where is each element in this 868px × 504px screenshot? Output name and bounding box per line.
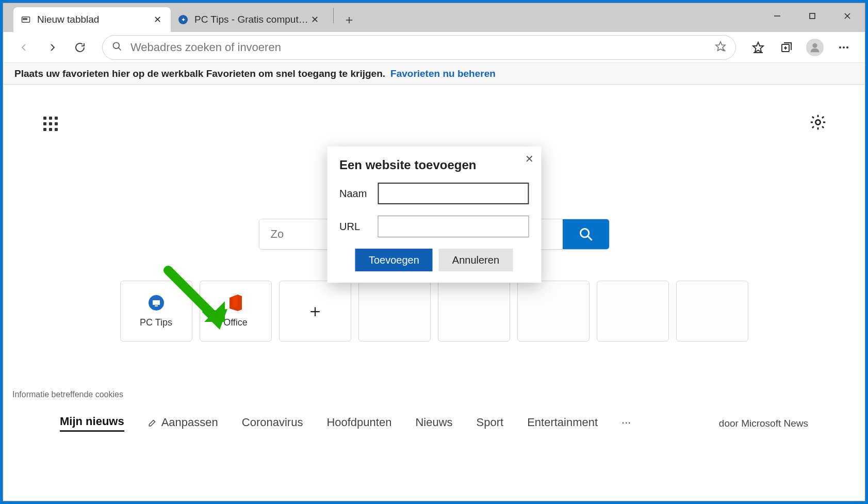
content-area: ft Zo PC Tips Of xyxy=(3,85,865,501)
tile-empty xyxy=(358,281,431,342)
favorites-button[interactable] xyxy=(746,36,770,59)
svg-rect-24 xyxy=(153,300,160,305)
address-bar[interactable] xyxy=(102,35,736,60)
tile-label: Office xyxy=(223,317,248,328)
news-tab-label: Aanpassen xyxy=(161,416,218,429)
dialog-url-row: URL xyxy=(339,216,529,237)
news-attribution: door Microsoft News xyxy=(719,418,808,429)
app-launcher-icon[interactable] xyxy=(43,117,58,131)
toolbar xyxy=(3,32,865,63)
tile-empty xyxy=(517,281,589,342)
news-tab-more[interactable]: ··· xyxy=(621,416,631,431)
news-tab-entertainment[interactable]: Entertainment xyxy=(527,416,598,431)
refresh-button[interactable] xyxy=(68,36,92,59)
dialog-cancel-button[interactable]: Annuleren xyxy=(439,249,513,271)
svg-point-17 xyxy=(839,46,841,48)
tile-pctips[interactable]: PC Tips xyxy=(120,281,192,342)
tab-close-icon[interactable]: ✕ xyxy=(151,13,163,26)
manage-favorites-link[interactable]: Favorieten nu beheren xyxy=(390,68,496,79)
svg-point-21 xyxy=(580,229,588,237)
cookies-info-link[interactable]: Informatie betreffende cookies xyxy=(12,390,123,399)
tab-new[interactable]: Nieuw tabblad ✕ xyxy=(13,7,171,32)
close-button[interactable] xyxy=(830,3,865,29)
forward-button[interactable] xyxy=(40,36,64,59)
collections-button[interactable] xyxy=(774,36,798,59)
dialog-name-input[interactable] xyxy=(378,183,529,204)
pctips-favicon-icon: ✦ xyxy=(178,14,188,25)
svg-line-8 xyxy=(119,47,121,50)
news-tab-headlines[interactable]: Hoofdpunten xyxy=(326,416,391,431)
pctips-tile-icon xyxy=(148,295,165,311)
news-tab-news[interactable]: Nieuws xyxy=(415,416,452,431)
news-tab-mynews[interactable]: Mijn nieuws xyxy=(60,415,124,432)
svg-marker-11 xyxy=(753,42,763,52)
svg-rect-25 xyxy=(155,305,158,306)
tile-empty xyxy=(597,281,669,342)
tile-add[interactable]: ＋ xyxy=(279,281,351,342)
minimize-button[interactable] xyxy=(760,3,795,29)
dialog-close-icon[interactable]: ✕ xyxy=(525,153,534,165)
tab-title: Nieuw tabblad xyxy=(37,14,151,25)
tab-close-icon[interactable]: ✕ xyxy=(308,13,321,26)
dialog-add-button[interactable]: Toevoegen xyxy=(355,249,433,271)
dialog-url-label: URL xyxy=(339,221,378,233)
svg-point-19 xyxy=(846,46,848,48)
more-menu-button[interactable] xyxy=(832,36,856,59)
new-tab-button[interactable]: ＋ xyxy=(339,9,359,30)
news-tab-sport[interactable]: Sport xyxy=(477,416,504,431)
page-settings-button[interactable] xyxy=(809,113,827,133)
pencil-icon xyxy=(148,418,157,427)
tab-title: PC Tips - Gratis computer tips! - xyxy=(194,14,308,25)
news-tab-customize[interactable]: Aanpassen xyxy=(148,416,218,431)
back-button[interactable] xyxy=(12,36,36,59)
favorite-star-icon[interactable] xyxy=(715,41,726,54)
titlebar: Nieuw tabblad ✕ ✦ PC Tips - Gratis compu… xyxy=(3,3,865,32)
news-tabs: Mijn nieuws Aanpassen Coronavirus Hoofdp… xyxy=(3,415,865,432)
office-tile-icon xyxy=(227,295,244,311)
tab-strip: Nieuw tabblad ✕ ✦ PC Tips - Gratis compu… xyxy=(3,3,359,32)
maximize-button[interactable] xyxy=(795,3,830,29)
address-input[interactable] xyxy=(130,41,715,54)
tile-empty xyxy=(438,281,510,342)
svg-rect-4 xyxy=(810,13,815,19)
svg-line-22 xyxy=(587,236,592,240)
dialog-buttons: Toevoegen Annuleren xyxy=(339,249,529,271)
dialog-name-row: Naam xyxy=(339,183,529,204)
favorites-bar: Plaats uw favorieten hier op de werkbalk… xyxy=(3,63,865,85)
favorites-bar-message: Plaats uw favorieten hier op de werkbalk… xyxy=(14,68,385,79)
svg-rect-2 xyxy=(25,19,27,20)
dialog-url-input[interactable] xyxy=(378,216,529,237)
svg-point-18 xyxy=(843,46,845,48)
svg-point-20 xyxy=(815,120,820,124)
svg-rect-1 xyxy=(23,19,25,20)
tab-separator xyxy=(333,8,334,23)
svg-point-16 xyxy=(812,43,817,47)
window-controls xyxy=(760,3,865,29)
page-search-button[interactable] xyxy=(563,219,609,249)
profile-avatar[interactable] xyxy=(806,39,824,56)
dialog-name-label: Naam xyxy=(339,188,378,200)
svg-point-7 xyxy=(113,42,120,48)
browser-window: Nieuw tabblad ✕ ✦ PC Tips - Gratis compu… xyxy=(3,3,865,501)
tile-empty xyxy=(676,281,748,342)
add-website-dialog: ✕ Een website toevoegen Naam URL Toevoeg… xyxy=(327,147,541,283)
quick-links: PC Tips Office ＋ xyxy=(120,281,748,342)
dialog-title: Een website toevoegen xyxy=(339,158,529,172)
tab-pctips[interactable]: ✦ PC Tips - Gratis computer tips! - ✕ xyxy=(171,7,328,32)
search-icon xyxy=(112,41,122,54)
plus-icon: ＋ xyxy=(306,299,324,323)
tile-label: PC Tips xyxy=(140,317,172,328)
news-tab-corona[interactable]: Coronavirus xyxy=(242,416,303,431)
newtab-favicon-icon xyxy=(21,14,31,25)
tile-office[interactable]: Office xyxy=(200,281,272,342)
